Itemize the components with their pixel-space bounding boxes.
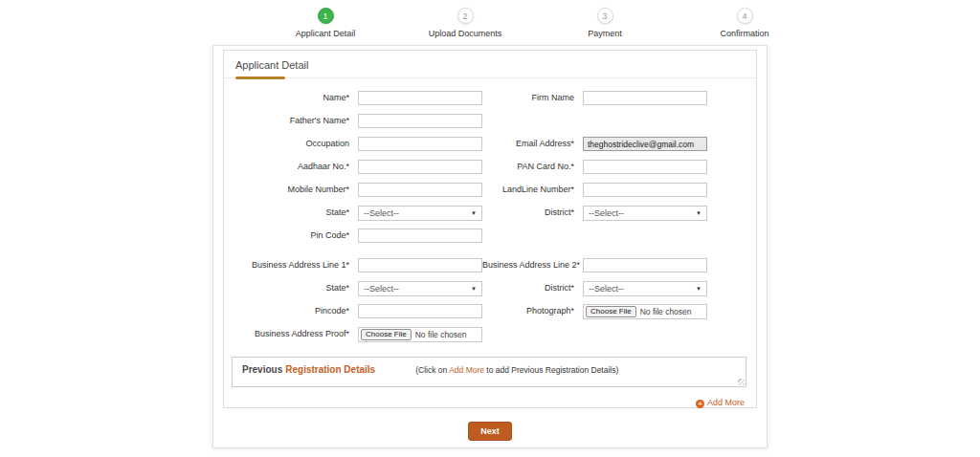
email-input [583,137,707,151]
step-upload-documents[interactable]: 2 Upload Documents [395,8,535,38]
file-status-text: No file chosen [640,307,692,316]
file-status-text: No file chosen [415,330,467,339]
step-applicant-detail[interactable]: 1 Applicant Detail [256,8,395,38]
form-row: Father's Name* [224,114,756,129]
district-select[interactable]: --Select-- ▼ [583,206,707,221]
form-row: Business Address Line 1* Business Addres… [224,258,756,273]
district-label: District* [482,206,583,221]
step-4-label: Confirmation [675,29,814,38]
plus-circle-icon: + [696,400,704,408]
note-close: to add Previous Registration Details) [484,365,618,375]
panel-header: Applicant Detail [224,51,756,71]
firm-name-label: Firm Name [482,91,583,106]
step-1-circle: 1 [318,8,334,24]
pin-code-input[interactable] [358,228,482,243]
father-name-input[interactable] [358,114,482,128]
business-state-select-value: --Select-- [364,284,399,294]
choose-file-button[interactable]: Choose File [361,329,412,340]
pincode-input[interactable] [358,304,482,318]
previous-title-highlight: Registration Details [285,364,375,375]
email-label: Email Address* [482,137,583,152]
add-more-row: +Add More [224,392,745,409]
mobile-input[interactable] [358,183,482,197]
address1-input[interactable] [358,258,482,272]
step-3-circle: 3 [597,8,613,24]
step-payment[interactable]: 3 Payment [535,8,675,38]
add-more-label: Add More [707,398,745,407]
step-2-circle: 2 [457,8,474,24]
panel-title: Applicant Detail [235,59,745,71]
aadhaar-input[interactable] [358,160,482,174]
pincode-label: Pincode* [224,304,358,319]
district-select-value: --Select-- [589,208,624,218]
business-state-label: State* [224,281,358,296]
step-4-circle: 4 [737,8,753,24]
form-row: State* --Select-- ▼ District* --Select--… [224,206,756,221]
step-3-label: Payment [535,29,675,38]
address-proof-label: Business Address Proof* [224,327,358,342]
step-3-number: 3 [602,11,607,21]
form-row: Occupation Email Address* [224,137,756,152]
state-label: State* [224,206,358,221]
occupation-input[interactable] [358,137,482,151]
step-confirmation[interactable]: 4 Confirmation [675,8,814,38]
applicant-detail-panel: Applicant Detail Name* Firm Name Father'… [223,50,757,408]
form-row: Pincode* Photograph* Choose File No file… [224,304,756,319]
business-district-label: District* [482,281,583,296]
firm-name-input[interactable] [583,91,707,105]
photograph-label: Photograph* [482,304,583,319]
step-1-label: Applicant Detail [256,29,395,38]
form-row: Name* Firm Name [224,91,756,106]
pin-code-label: Pin Code* [224,228,358,244]
business-district-select[interactable]: --Select-- ▼ [583,281,707,296]
footer-actions: Next [223,421,757,441]
name-input[interactable] [358,91,482,105]
step-4-number: 4 [742,11,746,21]
state-select[interactable]: --Select-- ▼ [358,206,482,221]
step-2-number: 2 [462,11,467,21]
step-2-label: Upload Documents [395,29,535,38]
title-underline-accent [235,76,285,79]
landline-label: LandLine Number* [482,183,583,198]
form-card: Applicant Detail Name* Firm Name Father'… [212,45,768,448]
address1-label: Business Address Line 1* [224,258,358,273]
form-row: Mobile Number* LandLine Number* [224,183,756,198]
progress-stepper: 1 Applicant Detail 2 Upload Documents 3 … [256,0,814,38]
chevron-down-icon: ▼ [696,210,702,216]
add-more-button[interactable]: +Add More [696,398,745,407]
occupation-label: Occupation [224,137,358,152]
aadhaar-label: Aadhaar No.* [224,160,358,175]
pan-label: PAN Card No.* [482,160,583,175]
previous-title-prefix: Previous [242,364,282,375]
chevron-down-icon: ▼ [471,210,477,216]
chevron-down-icon: ▼ [471,286,477,292]
form-row: State* --Select-- ▼ District* --Select--… [224,281,756,296]
next-button[interactable]: Next [468,422,512,441]
address2-label: Business Address Line 2* [482,258,583,273]
choose-file-button[interactable]: Choose File [586,306,636,317]
resize-grip-icon[interactable] [738,379,745,385]
previous-registration-note: (Click on Add More to add Previous Regis… [415,364,618,376]
note-open: (Click on [415,365,449,375]
father-name-label: Father's Name* [224,114,358,129]
chevron-down-icon: ▼ [696,286,702,292]
landline-input[interactable] [583,183,707,197]
business-district-select-value: --Select-- [589,284,624,294]
address2-input[interactable] [583,258,707,272]
previous-registration-title: PreviousRegistration Details [242,364,375,375]
step-1-number: 1 [323,11,327,21]
pan-input[interactable] [583,160,707,174]
mobile-label: Mobile Number* [224,183,358,198]
form-row: Pin Code* [224,228,756,244]
form-row: Business Address Proof* Choose File No f… [224,327,756,342]
previous-registration-box: PreviousRegistration Details (Click on A… [232,357,746,387]
state-select-value: --Select-- [364,208,399,218]
note-add-more-link[interactable]: Add More [449,365,484,375]
section-spacer [224,251,756,258]
address-proof-file-input[interactable]: Choose File No file chosen [358,327,482,342]
name-label: Name* [224,91,358,106]
business-state-select[interactable]: --Select-- ▼ [358,281,482,296]
photograph-file-input[interactable]: Choose File No file chosen [583,304,707,319]
title-divider [224,77,756,78]
applicant-form: Name* Firm Name Father's Name* Occupatio… [224,78,756,342]
